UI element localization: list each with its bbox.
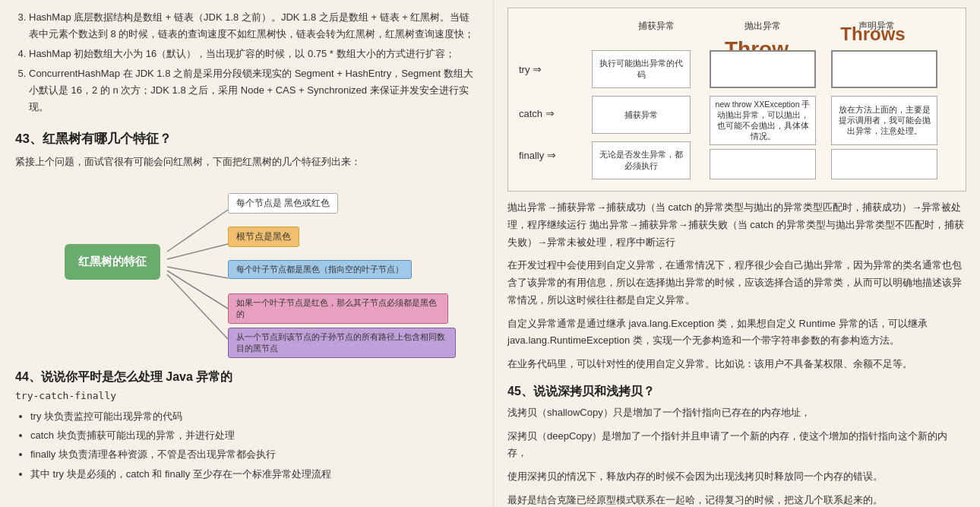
branch-2: 根节点是黑色 (228, 227, 299, 247)
para1: 抛出异常→捕获异常→捕获成功（当 catch 的异常类型与抛出的异常类型匹配时，… (507, 199, 966, 251)
finally-col2-cell (710, 149, 816, 179)
bullet-1: try 块负责监控可能出现异常的代码 (30, 407, 478, 425)
para3: 自定义异常通常是通过继承 java.lang.Exception 类，如果想自定… (507, 315, 966, 350)
bullet-4: 其中 try 块是必须的，catch 和 finally 至少存在一个标准异常处… (30, 465, 478, 483)
bullet-2: catch 块负责捕获可能出现的异常，并进行处理 (30, 426, 478, 444)
row-try-label: try ⇒ (519, 63, 542, 75)
try-col3-cell (831, 50, 937, 88)
list-item-5: ConcurrentHashMap 在 JDK 1.8 之前是采用分段锁来现实的… (29, 65, 478, 116)
list-item-3: HashMap 底层数据结构是数组 + 链表（JDK 1.8 之前）。JDK 1… (29, 9, 478, 43)
throws-label: Throws (824, 24, 922, 45)
try-col2-cell (710, 50, 816, 88)
catch-text: catch (519, 108, 542, 119)
finally-col3-cell (831, 149, 937, 179)
para4: 在业务代码里，可以针对性的使用自定义异常。比如说：该用户不具备某权限、余额不足等… (507, 356, 966, 373)
try-arrow: ⇒ (533, 63, 542, 75)
list-item-4: HashMap 初始数组大小为 16（默认），当出现扩容的时候，以 0.75 *… (29, 46, 478, 62)
section43-title: 43、红黑树有哪几个特征？ (15, 130, 478, 147)
section44-title: 44、说说你平时是怎么处理 Java 异常的 (15, 369, 478, 385)
bullet-list: try 块负责监控可能出现异常的代码 catch 块负责捕获可能出现的异常，并进… (15, 407, 478, 483)
mindmap-center: 红黑树的特征 (65, 244, 160, 280)
mindmap-container: 红黑树的特征 每个节点是 黑色或红色 根节点是黑色 每个叶子节点都是黑色（指向空… (27, 179, 467, 354)
catch-col3-cell: 放在方法上面的，主要是提示调用者，我可能会抛出异常，注意处理。 (831, 96, 937, 145)
left-panel: HashMap 底层数据结构是数组 + 链表（JDK 1.8 之前）。JDK 1… (0, 0, 494, 507)
row-finally-label: finally ⇒ (519, 149, 556, 161)
numbered-list: HashMap 底层数据结构是数组 + 链表（JDK 1.8 之前）。JDK 1… (15, 9, 478, 116)
branch-5: 从一个节点到该节点的子孙节点的所有路径上包含相同数目的黑节点 (228, 328, 456, 358)
para8: 最好是结合克隆已经原型模式联系在一起哈，记得复习的时候，把这几个联系起来的。 (507, 492, 966, 507)
svg-line-0 (167, 210, 228, 252)
para7: 使用深拷贝的情况下，释放内存的时候不会因为出现浅拷贝时释放同一个内存的错误。 (507, 468, 966, 486)
para5: 浅拷贝（shallowCopy）只是增加了一个指针指向已存在的内存地址， (507, 404, 966, 422)
section45-title: 45、说说深拷贝和浅拷贝？ (507, 384, 966, 400)
svg-line-4 (167, 274, 228, 339)
branch-3: 每个叶子节点都是黑色（指向空的叶子节点） (228, 260, 412, 279)
branch-4: 如果一个叶子节点是红色，那么其子节点必须都是黑色的 (228, 293, 448, 324)
section43-desc: 紧接上个问题，面试官很有可能会问红黑树，下面把红黑树的几个特征列出来： (15, 154, 478, 170)
catch-col2-cell: new throw XXException 手动抛出异常，可以抛出，也可能不会抛… (710, 96, 816, 145)
svg-line-1 (167, 244, 228, 259)
diagram-inner: 捕获异常 抛出异常 声明异常 Throw Throws try ⇒ catch … (516, 16, 958, 183)
para2: 在开发过程中会使用到自定义异常，在通常情况下，程序很少会自己抛出异常，因为异常的… (507, 257, 966, 309)
col-header-2: 抛出异常 (713, 20, 812, 33)
finally-arrow: ⇒ (547, 149, 556, 161)
try-text: try (519, 64, 530, 75)
right-panel: 捕获异常 抛出异常 声明异常 Throw Throws try ⇒ catch … (494, 0, 980, 507)
branch-1: 每个节点是 黑色或红色 (228, 193, 338, 214)
row-catch-label: catch ⇒ (519, 107, 555, 119)
catch-arrow: ⇒ (545, 107, 555, 119)
col-header-1: 捕获异常 (615, 20, 698, 33)
para6: 深拷贝（deepCopy）是增加了一个指针并且申请了一个新的内存，使这个增加的指… (507, 428, 966, 463)
exception-diagram: 捕获异常 抛出异常 声明异常 Throw Throws try ⇒ catch … (507, 8, 966, 192)
finally-col1-cell: 无论是否发生异常，都必须执行 (592, 141, 691, 179)
finally-text: finally (519, 150, 544, 161)
code-text: try-catch-finally (15, 390, 478, 401)
bullet-3: finally 块负责清理各种资源，不管是否出现异常都会执行 (30, 445, 478, 463)
catch-col1-cell: 捕获异常 (592, 96, 691, 134)
try-col1-cell: 执行可能抛出异常的代码 (592, 50, 691, 88)
